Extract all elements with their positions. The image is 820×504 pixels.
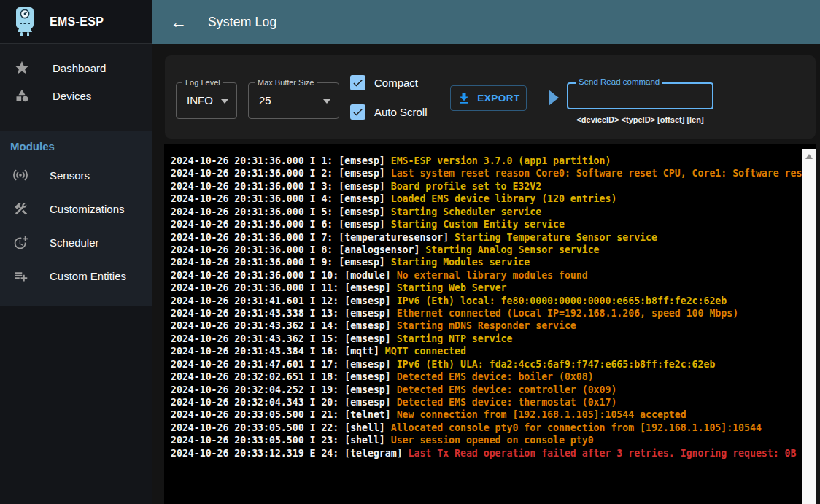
sidebar-modules-section: Modules Sensors Customization	[0, 131, 152, 306]
log-line: 2024-10-26 20:31:41.601 I 12: [emsesp] I…	[171, 295, 816, 307]
log-line: 2024-10-26 20:33:05.500 I 21: [telnet] N…	[171, 408, 816, 421]
sidebar: EMS-ESP Dashboard Devices Modules	[0, 0, 152, 504]
send-read-field: Send Read command	[567, 82, 713, 109]
sidebar-item-label: Customizations	[50, 203, 125, 215]
log-line: 2024-10-26 20:31:36.000 I 1: [emsesp] EM…	[171, 155, 816, 167]
log-scrollbar[interactable]	[802, 149, 816, 504]
compact-row: Compact	[350, 75, 418, 90]
sidebar-nav-top: Dashboard Devices	[0, 44, 152, 131]
compact-checkbox[interactable]	[350, 75, 365, 90]
log-line: 2024-10-26 20:31:36.000 I 2: [emsesp] La…	[171, 167, 816, 179]
chevron-down-icon	[221, 99, 228, 104]
max-buffer-label: Max Buffer Size	[255, 78, 317, 87]
app-root: EMS-ESP Dashboard Devices Modules	[0, 0, 820, 504]
sidebar-item-sensors[interactable]: Sensors	[0, 158, 152, 192]
send-read-input[interactable]	[568, 84, 712, 108]
app-title: EMS-ESP	[50, 15, 104, 28]
log-line: 2024-10-26 20:31:43.384 I 16: [mqtt] MQT…	[171, 345, 816, 357]
send-read-label: Send Read command	[576, 77, 662, 86]
sidebar-item-scheduler[interactable]: Scheduler	[0, 225, 152, 259]
sidebar-item-devices[interactable]: Devices	[0, 82, 152, 109]
download-icon	[457, 91, 471, 106]
header-bar: ← System Log	[152, 0, 820, 44]
scroll-up-icon[interactable]	[805, 154, 813, 159]
compact-label[interactable]: Compact	[374, 77, 418, 89]
log-line: 2024-10-26 20:31:43.338 I 13: [emsesp] E…	[171, 307, 816, 319]
max-buffer-value: 25	[259, 94, 271, 106]
check-icon	[352, 77, 364, 89]
log-level-label: Log Level	[182, 78, 223, 87]
clock-plus-icon	[11, 235, 30, 250]
log-controls-panel: Log Level INFO Max Buffer Size 25 Compac…	[165, 55, 816, 139]
check-icon	[352, 106, 364, 118]
log-line: 2024-10-26 20:33:12.319 E 24: [telegram]…	[171, 447, 816, 460]
log-line: 2024-10-26 20:31:36.000 I 4: [emsesp] Lo…	[171, 193, 816, 205]
modules-section-title: Modules	[0, 137, 152, 158]
play-icon	[549, 90, 559, 106]
log-line: 2024-10-26 20:31:47.601 I 17: [emsesp] I…	[171, 358, 816, 371]
log-level-value: INFO	[187, 94, 213, 106]
log-console[interactable]: 2024-10-26 20:31:36.000 I 1: [emsesp] EM…	[164, 144, 816, 504]
export-button[interactable]: EXPORT	[450, 85, 527, 111]
log-line: 2024-10-26 20:33:05.500 I 23: [shell] Us…	[171, 434, 816, 446]
log-line: 2024-10-26 20:31:36.000 I 7: [temperatur…	[171, 231, 816, 244]
send-command-button[interactable]	[549, 90, 560, 106]
star-icon	[13, 60, 31, 76]
chevron-down-icon	[323, 99, 330, 104]
sidebar-item-custom-entities[interactable]: Custom Entities	[0, 259, 152, 292]
back-arrow-icon[interactable]: ←	[170, 14, 187, 31]
log-line: 2024-10-26 20:31:36.000 I 3: [emsesp] Bo…	[171, 180, 816, 193]
log-line: 2024-10-26 20:31:36.000 I 5: [emsesp] St…	[171, 206, 816, 218]
auto-scroll-checkbox[interactable]	[350, 104, 365, 120]
auto-scroll-row: Auto Scroll	[350, 104, 428, 120]
sidebar-item-label: Devices	[53, 90, 91, 102]
log-level-select[interactable]: Log Level INFO	[176, 82, 237, 119]
send-read-helper: <deviceID> <typeID> [offset] [len]	[562, 115, 718, 124]
boiler-logo-icon	[12, 6, 38, 38]
auto-scroll-label[interactable]: Auto Scroll	[374, 106, 428, 118]
log-line: 2024-10-26 20:32:04.252 I 19: [emsesp] D…	[171, 384, 816, 396]
log-line: 2024-10-26 20:31:43.362 I 14: [emsesp] S…	[171, 319, 816, 332]
log-line: 2024-10-26 20:31:36.000 I 11: [emsesp] S…	[171, 282, 816, 294]
playlist-add-icon	[11, 268, 30, 284]
tools-icon	[11, 201, 30, 217]
log-line: 2024-10-26 20:32:02.651 I 18: [emsesp] D…	[171, 371, 816, 383]
page-title: System Log	[208, 15, 276, 30]
sidebar-item-dashboard[interactable]: Dashboard	[0, 54, 152, 82]
max-buffer-select[interactable]: Max Buffer Size 25	[248, 82, 339, 119]
app-logo-row: EMS-ESP	[0, 0, 152, 44]
log-line: 2024-10-26 20:31:43.362 I 15: [emsesp] S…	[171, 333, 816, 345]
log-line: 2024-10-26 20:31:36.000 I 9: [emsesp] St…	[171, 256, 816, 268]
log-line: 2024-10-26 20:33:05.500 I 22: [shell] Al…	[171, 422, 816, 434]
sidebar-item-label: Sensors	[50, 169, 90, 182]
log-line: 2024-10-26 20:31:36.000 I 8: [analogsens…	[171, 244, 816, 256]
sidebar-item-customizations[interactable]: Customizations	[0, 192, 152, 225]
log-line: 2024-10-26 20:31:36.000 I 6: [emsesp] St…	[171, 218, 816, 230]
log-line: 2024-10-26 20:32:04.343 I 20: [emsesp] D…	[171, 396, 816, 408]
sensors-icon	[11, 166, 30, 184]
export-label: EXPORT	[477, 93, 520, 104]
sidebar-item-label: Dashboard	[53, 62, 106, 74]
log-line: 2024-10-26 20:31:36.000 I 10: [module] N…	[171, 269, 816, 282]
category-icon	[13, 88, 31, 103]
sidebar-item-label: Custom Entities	[50, 270, 126, 282]
sidebar-item-label: Scheduler	[50, 236, 99, 249]
